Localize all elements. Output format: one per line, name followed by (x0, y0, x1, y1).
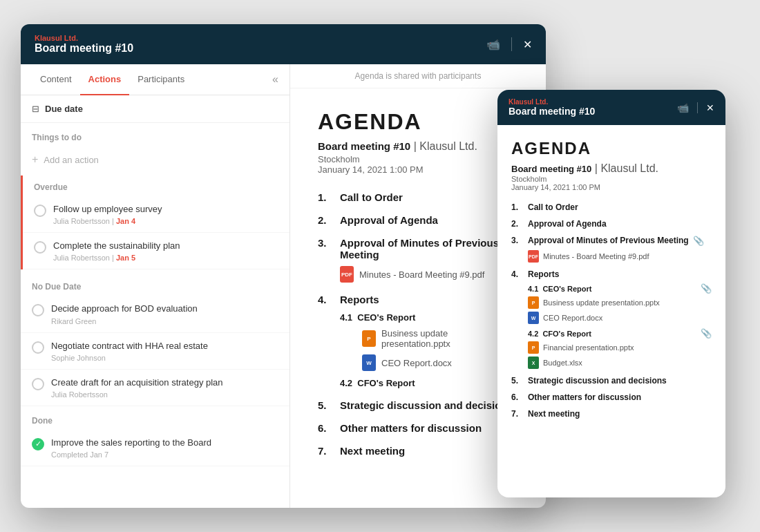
no-due-header: No Due Date (21, 272, 289, 296)
second-attach-docx[interactable]: W CEO Report.docx (528, 312, 712, 324)
header-brand: Klausul Ltd. Board meeting #10 (35, 34, 133, 55)
header-divider (511, 37, 512, 51)
action-meta-3: Rikard Green (51, 317, 278, 325)
second-pptx-icon: P (528, 296, 539, 309)
sub-item-41: 4.1 CEO's Report P Business update prese… (340, 312, 518, 371)
second-header: Klausul Ltd. Board meeting #10 📹 ✕ (497, 90, 725, 125)
action-info-5: Create draft for an acquisition strategy… (51, 377, 278, 399)
add-icon: + (32, 153, 38, 166)
video-icon[interactable]: 📹 (486, 38, 500, 51)
second-video-icon[interactable]: 📹 (677, 102, 689, 113)
action-title-4: Negotiate contract with HHA real estate (51, 340, 278, 352)
action-meta-1: Julia Robertsson | Jan 4 (53, 217, 278, 225)
agenda-item-text-2: Approval of Agenda (340, 214, 438, 226)
second-agenda-item-6: 6. Other matters for discussion (511, 392, 712, 402)
overdue-date-1: Jan 4 (116, 217, 135, 225)
second-agenda-item-num-5: 5. (511, 376, 524, 386)
action-item-done-1[interactable]: Improve the sales reporting to the Board… (21, 430, 289, 466)
agenda-item-text-3: Approval of Minutes of Previous Meeting (340, 237, 518, 260)
second-date: January 14, 2021 1:00 PM (511, 183, 712, 191)
filter-icon: ⊟ (32, 104, 39, 114)
second-sub-label-41: 4.1 CEO's Report (528, 285, 591, 293)
action-checkbox-4[interactable] (32, 341, 44, 354)
second-attach-financial[interactable]: P Financial presentation.pptx (528, 341, 712, 354)
second-content: AGENDA Board meeting #10 | Klausul Ltd. … (497, 125, 725, 497)
agenda-item-num-3: 3. (318, 237, 334, 260)
second-attach-pdf[interactable]: PDF Minutes - Board Meeting #9.pdf (528, 250, 712, 263)
agenda-item-2: 2. Approval of Agenda (318, 214, 518, 226)
second-agenda-item-text-2: Approval of Agenda (528, 219, 607, 229)
sub-item-title-42: 4.2 CFO's Report (340, 378, 518, 388)
action-title-5: Create draft for an acquisition strategy… (51, 377, 278, 389)
action-item-4[interactable]: Negotiate contract with HHA real estate … (21, 333, 289, 370)
sub-item-title-41: 4.1 CEO's Report (340, 312, 518, 323)
second-company: | Klausul Ltd. (595, 162, 658, 174)
filter-bar[interactable]: ⊟ Due date (21, 95, 289, 123)
header-icons: 📹 ✕ (486, 37, 532, 51)
second-attach-xlsx-name: Budget.xlsx (543, 359, 582, 367)
second-sub-title-41: 4.1 CEO's Report 📎 (528, 283, 712, 294)
action-item-3[interactable]: Decide approach for BOD evaluation Rikar… (21, 296, 289, 332)
second-sub-title-42: 4.2 CFO's Report 📎 (528, 328, 712, 339)
action-item-5[interactable]: Create draft for an acquisition strategy… (21, 370, 289, 406)
tab-participants[interactable]: Participants (129, 64, 193, 95)
header-company: Klausul Ltd. (35, 34, 133, 42)
attachment-pdf[interactable]: PDF Minutes - Board Meeting #9.pdf (340, 266, 518, 283)
agenda-item-text-5: Strategic discussion and decisions (340, 399, 513, 411)
agenda-item-5: 5. Strategic discussion and decisions (318, 399, 518, 411)
second-agenda-item-5: 5. Strategic discussion and decisions (511, 376, 712, 386)
action-checkbox-2[interactable] (34, 241, 46, 254)
action-meta-4: Sophie Johnson (51, 354, 278, 362)
agenda-item-num-5: 5. (318, 399, 334, 411)
agenda-item-text-1: Call to Order (340, 191, 403, 203)
second-sub-42: 4.2 CFO's Report 📎 P Financial presentat… (528, 328, 712, 369)
sub-item-42: 4.2 CFO's Report (340, 378, 518, 388)
attachment-pptx[interactable]: P Business update presentation.pptx (362, 328, 518, 349)
agenda-item-1: 1. Call to Order (318, 191, 518, 203)
tab-content[interactable]: Content (32, 64, 80, 95)
second-header-brand: Klausul Ltd. Board meeting #10 (509, 98, 595, 117)
second-attach-pptx[interactable]: P Business update presentation.pptx (528, 296, 712, 309)
collapse-icon[interactable]: « (272, 73, 278, 86)
second-header-icons: 📹 ✕ (677, 102, 714, 113)
second-attach-pptx-name: Business update presentation.pptx (543, 298, 660, 307)
agenda-item-title-1: 1. Call to Order (318, 191, 518, 203)
action-checkbox-3[interactable] (32, 304, 44, 316)
action-checkbox-done-1[interactable] (32, 438, 44, 450)
second-attach-pdf-name: Minutes - Board Meeting #9.pdf (543, 252, 649, 260)
agenda-item-title-3: 3. Approval of Minutes of Previous Meeti… (318, 237, 518, 260)
second-agenda-title: AGENDA (511, 139, 712, 158)
close-icon[interactable]: ✕ (523, 38, 532, 51)
second-attach-xlsx[interactable]: X Budget.xlsx (528, 357, 712, 369)
action-title-3: Decide approach for BOD evaluation (51, 303, 278, 315)
agenda-item-title-4: 4. Reports (318, 294, 518, 305)
tab-actions[interactable]: Actions (80, 64, 130, 95)
action-meta-done-1: Completed Jan 7 (51, 450, 278, 459)
second-meeting-title: Board meeting #10 (511, 164, 591, 174)
second-financial-pptx-icon: P (528, 341, 539, 354)
agenda-item-text-6: Other matters for discussion (340, 422, 482, 434)
second-header-title: Board meeting #10 (509, 106, 595, 117)
pptx-icon: P (362, 330, 376, 347)
attachment-docx-name: CEO Report.docx (381, 358, 452, 368)
agenda-item-3: 3. Approval of Minutes of Previous Meeti… (318, 237, 518, 283)
action-item[interactable]: Follow up employee survey Julia Robertss… (23, 196, 289, 233)
action-item-2[interactable]: Complete the sustainability plan Julia R… (23, 233, 289, 269)
agenda-location: Stockholm (318, 154, 518, 164)
second-agenda-item-title-2: 2. Approval of Agenda (511, 219, 712, 229)
attachment-docx[interactable]: W CEO Report.docx (362, 354, 518, 371)
docx-icon: W (362, 354, 376, 371)
action-checkbox-5[interactable] (32, 378, 44, 390)
add-action-label: Add an action (44, 155, 99, 165)
things-to-do-header: Things to do (21, 123, 289, 146)
action-checkbox-1[interactable] (34, 205, 46, 217)
second-close-icon[interactable]: ✕ (706, 102, 714, 113)
second-agenda-item-num-3: 3. (511, 236, 524, 245)
action-info-2: Complete the sustainability plan Julia R… (53, 240, 278, 262)
second-agenda-item-3: 3. Approval of Minutes of Previous Meeti… (511, 236, 712, 263)
second-agenda-item-text-5: Strategic discussion and decisions (528, 376, 667, 386)
add-action-row[interactable]: + Add an action (21, 146, 289, 173)
agenda-item-text-7: Next meeting (340, 445, 405, 457)
sidebar: Content Actions Participants « ⊟ Due dat… (21, 64, 290, 508)
agenda-item-title-6: 6. Other matters for discussion (318, 422, 518, 434)
